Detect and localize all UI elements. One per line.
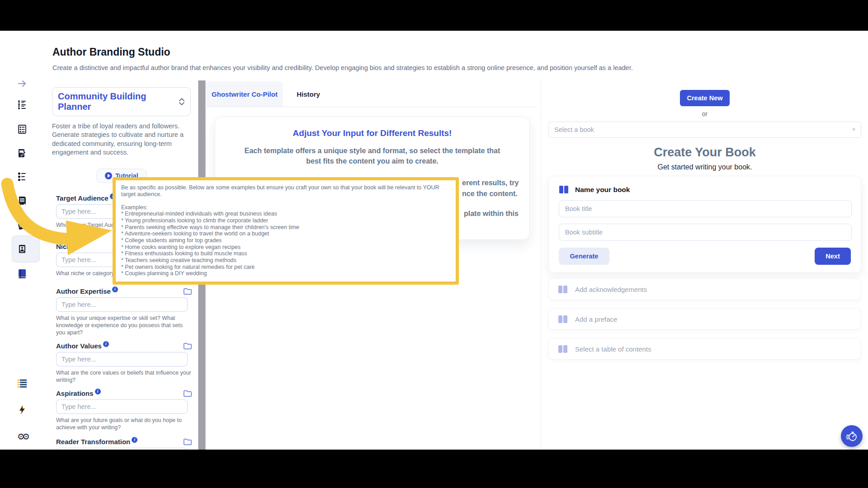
info-icon[interactable]: i [95, 389, 101, 394]
name-card-title: Name your book [575, 186, 630, 194]
field-label: Niche [56, 243, 75, 250]
tooltip-example: * Teachers seeking creative teaching met… [121, 257, 450, 264]
chevron-down-icon: ˅ [852, 127, 855, 133]
planner-description: Foster a tribe of loyal readers and foll… [52, 122, 193, 157]
open-book-icon [558, 345, 568, 353]
blue-book-icon[interactable] [17, 268, 28, 279]
timer-fab-button[interactable] [841, 425, 863, 447]
book-subtitle-input[interactable] [559, 224, 852, 241]
open-book-icon [558, 285, 568, 294]
row-label: Select a table of contents [575, 345, 651, 353]
letterbox-bottom [0, 450, 868, 488]
folder-icon[interactable] [183, 287, 192, 295]
field-hint: What are the core values or beliefs that… [56, 369, 192, 384]
create-new-button[interactable]: Create New [680, 90, 730, 106]
card-text-fragment: nce the content. [462, 190, 518, 198]
numbered-steps-icon[interactable] [17, 171, 28, 182]
field-label: Target Audience [56, 194, 108, 202]
generate-button[interactable]: Generate [559, 248, 609, 265]
row-label: Add a preface [575, 315, 617, 323]
info-icon[interactable]: i [76, 242, 82, 248]
app-root: ⚙⚙ Author Branding Studio Create a disti… [0, 0, 868, 488]
tooltip-example: * Pet owners looking for natural remedie… [121, 264, 450, 271]
next-button[interactable]: Next [815, 248, 851, 265]
author-profile-icon[interactable] [17, 244, 28, 254]
panel-divider [541, 80, 541, 450]
tooltip-example: * Young professionals looking to climb t… [121, 217, 450, 224]
folder-icon[interactable] [183, 437, 192, 446]
tooltip-example: * College students aiming for top grades [121, 237, 450, 244]
field-hint: What are your future goals or what do yo… [56, 417, 192, 431]
info-icon[interactable]: i [112, 286, 118, 292]
tooltip-example: * Parents seeking effective ways to mana… [121, 224, 450, 231]
adjust-input-title: Adjust Your Input for Different Results! [215, 128, 529, 138]
tooltip-intro: Be as specific as possible. Below are so… [121, 184, 451, 198]
chevron-up-down-icon [178, 97, 186, 106]
or-label: or [548, 110, 861, 117]
author-expertise-input[interactable] [56, 297, 188, 312]
create-your-book-heading: Create Your Book [548, 145, 861, 160]
open-book-icon [558, 315, 568, 324]
notebook-icon[interactable] [17, 195, 28, 206]
center-tabbar: Ghostwriter Co-Pilot History [206, 81, 538, 107]
field-label: Reader Transformation [56, 438, 130, 446]
select-table-of-contents-row[interactable]: Select a table of contents [548, 338, 861, 360]
tooltip-example: * Fitness enthusiasts looking to build m… [121, 250, 450, 257]
list-menu-icon[interactable] [17, 378, 28, 389]
field-hint: What is your unique expertise or skill s… [56, 314, 192, 336]
settings-gears-icon[interactable]: ⚙⚙ [17, 431, 28, 442]
book-promotion-icon[interactable] [17, 220, 28, 230]
folder-icon[interactable] [183, 389, 192, 397]
folder-icon[interactable] [183, 342, 192, 350]
planner-select[interactable]: Community Building Planner [52, 87, 191, 116]
lightning-icon[interactable] [17, 404, 28, 415]
select-book-dropdown[interactable]: Select a book ˅ [548, 122, 861, 138]
adjust-input-body: Each template offers a unique style and … [241, 145, 504, 166]
card-text-fragment: plate within this [464, 210, 519, 218]
aspirations-input[interactable] [56, 399, 188, 414]
tooltip-examples-label: Examples: [121, 204, 450, 211]
tab-history[interactable]: History [288, 81, 329, 107]
arrow-right-icon[interactable] [17, 78, 28, 89]
row-label: Add acknowledgements [575, 286, 647, 293]
field-reader-transformation: Reader Transformation i [52, 437, 192, 450]
stopwatch-icon [846, 430, 858, 442]
page-title: Author Branding Studio [52, 46, 170, 58]
field-author-expertise: Author Expertise i What is your unique e… [52, 287, 192, 336]
tooltip-example: * Couples planning a DIY wedding [121, 270, 450, 277]
planner-select-value: Community Building Planner [58, 91, 166, 112]
book-panel: Create New or Select a book ˅ Create You… [548, 80, 861, 450]
info-icon[interactable]: i [132, 437, 137, 443]
tooltip-example: * Home cooks wanting to explore vegan re… [121, 244, 450, 251]
page-subtitle: Create a distinctive and impactful autho… [52, 64, 633, 71]
field-label: Author Expertise [56, 287, 111, 295]
tab-ghostwriter-co-pilot[interactable]: Ghostwriter Co-Pilot [206, 81, 283, 107]
tooltip-example: * Adventure-seekers looking to travel th… [121, 230, 450, 237]
name-your-book-card: Name your book Generate Next [548, 176, 861, 273]
open-book-icon [559, 185, 569, 194]
tooltip-example: * Entrepreneurial-minded individuals wit… [121, 211, 450, 217]
field-aspirations: Aspirations i What are your future goals… [52, 389, 192, 431]
tabbar-underline [206, 107, 538, 107]
field-author-values: Author Values i What are the core values… [52, 342, 192, 384]
template-list-icon[interactable] [17, 124, 28, 135]
field-label: Author Values [56, 342, 102, 350]
sidebar: ⚙⚙ [0, 31, 44, 450]
target-audience-tooltip: Be as specific as possible. Below are so… [113, 177, 459, 285]
author-ranking-icon[interactable] [17, 99, 28, 110]
letterbox-top [0, 0, 868, 31]
play-icon [105, 172, 112, 179]
add-acknowledgements-row[interactable]: Add acknowledgements [548, 278, 861, 300]
create-your-book-subheading: Get started writing your book. [548, 163, 861, 171]
select-book-placeholder: Select a book [554, 126, 594, 133]
info-icon[interactable]: i [103, 341, 109, 347]
book-edit-icon[interactable] [17, 148, 28, 159]
author-values-input[interactable] [56, 352, 188, 366]
field-label: Aspirations [56, 389, 94, 397]
add-preface-row[interactable]: Add a preface [548, 308, 861, 330]
card-text-fragment: erent results, try [462, 179, 519, 187]
book-title-input[interactable] [559, 200, 852, 217]
